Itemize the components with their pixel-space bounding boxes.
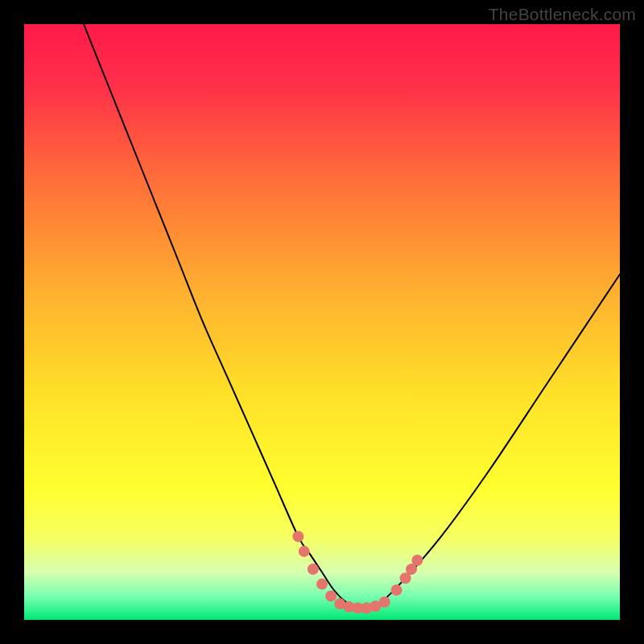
curve-marker [316,579,328,590]
curve-marker [325,590,336,601]
watermark-text: TheBottleneck.com [489,5,636,24]
curve-marker [292,530,303,542]
curve-marker [411,555,423,566]
curve-marker [299,546,310,557]
curve-markers [292,530,423,613]
plot-area [24,24,620,620]
chart-frame: TheBottleneck.com [0,0,644,644]
curve-marker [391,584,402,596]
curve-marker [379,597,390,608]
bottleneck-curve [84,24,620,609]
curve-marker [308,564,319,575]
chart-svg [24,24,620,620]
